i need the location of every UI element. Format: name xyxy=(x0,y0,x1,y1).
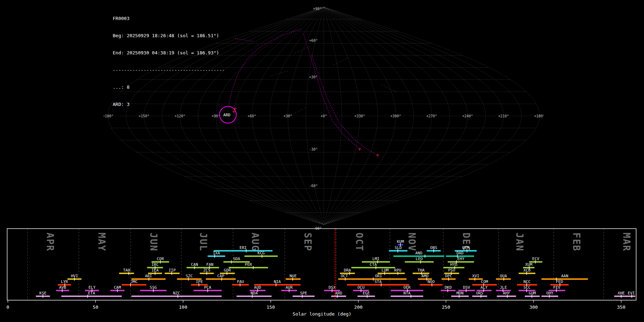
shower-activity-bar xyxy=(119,273,134,274)
shower-code-label: CAP xyxy=(217,274,224,278)
shower-activity-bar xyxy=(331,296,346,297)
shower-activity-bar xyxy=(347,284,409,286)
shower-code-label: HVI xyxy=(71,274,78,278)
shower-code-label: JMC xyxy=(131,279,138,284)
shower-activity-bar xyxy=(232,284,249,286)
shower-code-label: ARI xyxy=(145,274,152,278)
shower-code-label: NUE xyxy=(289,274,297,278)
longitude-label: +300° xyxy=(390,114,401,118)
shower-code-label: CTA xyxy=(370,262,377,267)
shower-activity-bar xyxy=(519,273,536,274)
shower-code-label: EGE xyxy=(363,291,370,296)
shower-code-label: AMO xyxy=(421,274,429,278)
shower-code-label: RPU xyxy=(394,268,401,273)
shower-code-label: AVB xyxy=(59,285,66,290)
shower-code-label: NIA xyxy=(274,279,281,284)
longitude-label: +0° xyxy=(321,114,327,118)
shower-activity-bar xyxy=(61,296,122,297)
separator-line: ---------------------------------------- xyxy=(113,67,225,73)
shower-code-label: HYD xyxy=(450,262,458,267)
shower-code-label: AAN xyxy=(561,274,568,278)
shower-code-label: NZC xyxy=(173,291,180,296)
month-label: MAY xyxy=(96,233,107,252)
shower-activity-bar xyxy=(451,296,469,297)
shower-code-label: NTA xyxy=(404,291,411,296)
shower-code-label: QUA xyxy=(500,274,507,278)
shower-peak-marker xyxy=(373,278,374,281)
latitude-label: +30° xyxy=(309,75,318,79)
axis-tick-label: 100 xyxy=(179,304,187,310)
longitude-label: +30° xyxy=(283,114,292,118)
axis-tick-label: 250 xyxy=(442,304,450,310)
longitude-label: +60° xyxy=(248,114,256,118)
meteor-end-marker xyxy=(234,107,236,110)
longitude-label: +210° xyxy=(498,114,509,118)
latitude-label: +90° xyxy=(313,7,322,11)
shower-code-label: SZC xyxy=(186,274,193,278)
latitude-label: -30° xyxy=(309,147,318,151)
shower-code-label: OCU xyxy=(357,285,365,290)
month-label: AUG xyxy=(250,233,260,252)
shower-activity-bar xyxy=(441,290,456,291)
grid-meridian xyxy=(324,7,522,225)
shower-code-label: AHY xyxy=(503,291,510,296)
shower-activity-bar xyxy=(236,296,272,297)
shower-code-label: KUM xyxy=(397,239,404,244)
shower-code-label: PER xyxy=(245,262,252,267)
shower-code-label: AUR xyxy=(286,285,293,290)
shower-activity-bar xyxy=(206,278,235,280)
shower-code-label: OHY xyxy=(546,291,553,296)
shower-code-label: DSV xyxy=(463,285,470,290)
shower-activity-bar xyxy=(122,284,146,286)
shower-code-label: ELY xyxy=(88,285,96,290)
month-label: OCT xyxy=(354,233,365,252)
shower-code-label: LYR xyxy=(61,279,68,284)
axis-tick-label: 200 xyxy=(354,304,362,310)
shower-code-label: EHY xyxy=(457,257,464,261)
longitude-label: +180° xyxy=(534,114,544,118)
shower-activity-bar xyxy=(472,296,487,297)
latitude-label: -60° xyxy=(309,184,318,188)
shower-activity-bar xyxy=(627,296,635,297)
shower-activity-bar xyxy=(131,296,221,297)
shower-activity-bar xyxy=(389,250,407,252)
shower-code-label: PAU xyxy=(237,279,244,284)
shower-code-label: ZCS xyxy=(203,268,210,273)
shower-activity-bar xyxy=(391,296,423,297)
shower-activity-bar xyxy=(541,278,588,280)
longitude-label: +180° xyxy=(104,114,113,118)
shower-code-label: DRA xyxy=(344,268,351,273)
shower-code-label: FED xyxy=(556,279,563,284)
shower-code-label: FEV xyxy=(553,285,560,290)
shower-code-label: SCC xyxy=(523,285,531,290)
shower-code-label: DKD xyxy=(445,285,452,290)
month-label: NOV xyxy=(406,233,417,252)
meteor-track-sporadic xyxy=(333,58,348,65)
meteor-track-sporadic xyxy=(381,84,396,92)
grid-meridian xyxy=(216,7,324,225)
shower-code-label: XVI xyxy=(472,274,479,278)
shower-code-label: SDA xyxy=(233,257,240,261)
axis-tick-label: 350 xyxy=(617,304,625,310)
shower-code-label: XUM xyxy=(525,262,532,267)
shower-peak-marker xyxy=(231,260,232,264)
shower-code-label: NDA xyxy=(250,291,258,296)
shower-code-label: KSE xyxy=(39,291,47,296)
meteor-track-shower xyxy=(235,39,254,42)
longitude-label: +270° xyxy=(426,114,437,118)
month-label: JUL xyxy=(198,233,209,252)
shower-code-label: SLD xyxy=(395,245,402,250)
shower-code-label: IIP xyxy=(169,268,176,273)
shower-activity-bar xyxy=(496,278,511,280)
month-label: JUN xyxy=(148,233,159,252)
shower-code-label: GEM xyxy=(462,245,469,250)
end-time: End: 20250930 04:38:19 (sol = 186.93°) xyxy=(113,50,225,56)
shower-code-label: CAM xyxy=(114,285,121,290)
shower-code-label: ECV xyxy=(532,257,540,261)
shower-code-label: NOO xyxy=(428,279,435,284)
meteor-end-marker xyxy=(376,154,379,157)
observation-header: FR0003 Beg: 20250929 18:26:48 (sol = 186… xyxy=(113,4,225,119)
shower-code-label: JLE xyxy=(500,285,507,290)
shower-code-label: OER xyxy=(404,285,411,290)
shower-code-label: COM xyxy=(481,279,488,284)
